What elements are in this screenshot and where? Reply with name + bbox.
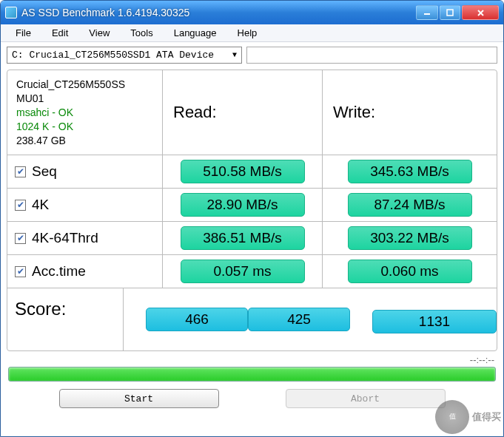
drive-select[interactable]: C: Crucial_CT256M550SSD1 ATA Device ▼: [7, 47, 242, 64]
acc-read: 0.057 ms: [181, 260, 305, 283]
score-write: 425: [248, 308, 350, 331]
app-icon: [5, 7, 17, 18]
app-window: AS SSD Benchmark 1.6.4194.30325 File Edi…: [0, 0, 504, 437]
checkbox-4k64[interactable]: ✔: [15, 233, 26, 244]
label-4k64: 4K-64Thrd: [32, 230, 98, 246]
info-size: 238.47 GB: [16, 134, 66, 148]
titlebar[interactable]: AS SSD Benchmark 1.6.4194.30325: [1, 1, 503, 24]
maximize-button[interactable]: [440, 5, 460, 20]
label-4k: 4K: [32, 197, 49, 213]
start-button[interactable]: Start: [59, 389, 219, 408]
minimize-button[interactable]: [416, 5, 438, 20]
info-device: Crucial_CT256M550SS: [16, 78, 125, 92]
results-panel: Crucial_CT256M550SS MU01 msahci - OK 102…: [7, 70, 497, 351]
menu-tools[interactable]: Tools: [121, 25, 161, 41]
row-4k64: ✔ 4K-64Thrd 386.51 MB/s 303.22 MB/s: [7, 222, 497, 255]
label-acc: Acc.time: [32, 263, 86, 280]
seq-write: 345.63 MB/s: [348, 160, 472, 183]
4k64-write: 303.22 MB/s: [348, 226, 472, 250]
watermark-text: 值得买: [472, 410, 501, 424]
abort-button: Abort: [286, 389, 446, 408]
drive-select-value: C: Crucial_CT256M550SSD1 ATA Device: [12, 50, 214, 61]
checkbox-4k[interactable]: ✔: [15, 200, 26, 211]
menu-file[interactable]: File: [7, 25, 40, 41]
4k-write: 87.24 MB/s: [348, 193, 472, 217]
svg-rect-1: [447, 10, 453, 16]
menu-help[interactable]: Help: [229, 25, 266, 41]
close-button[interactable]: [462, 5, 499, 20]
read-header: Read:: [163, 70, 323, 155]
score-values: 466 425 1131: [124, 288, 497, 350]
write-header: Write:: [323, 70, 497, 155]
seq-read: 510.58 MB/s: [181, 160, 305, 183]
blank-field[interactable]: [246, 47, 497, 64]
menu-view[interactable]: View: [80, 25, 118, 41]
chevron-down-icon: ▼: [232, 51, 237, 59]
label-seq: Seq: [32, 163, 57, 180]
checkbox-seq[interactable]: ✔: [15, 166, 26, 177]
watermark-badge-icon: 值: [435, 400, 469, 434]
menu-language[interactable]: Language: [165, 25, 226, 41]
button-bar: Start Abort: [1, 387, 503, 414]
row-score: Score: 466 425 1131: [7, 288, 497, 350]
menu-edit[interactable]: Edit: [43, 25, 77, 41]
4k-read: 28.90 MB/s: [181, 193, 305, 217]
progress-bar: [8, 367, 496, 382]
device-info: Crucial_CT256M550SS MU01 msahci - OK 102…: [7, 70, 163, 155]
menubar: File Edit View Tools Language Help: [1, 24, 503, 42]
info-driver: msahci - OK: [16, 106, 73, 120]
score-read: 466: [146, 308, 248, 331]
score-label: Score:: [7, 288, 124, 350]
4k64-read: 386.51 MB/s: [181, 226, 305, 250]
acc-write: 0.060 ms: [348, 260, 472, 283]
row-seq: ✔ Seq 510.58 MB/s 345.63 MB/s: [7, 155, 497, 189]
row-4k: ✔ 4K 28.90 MB/s 87.24 MB/s: [7, 189, 497, 222]
selection-bar: C: Crucial_CT256M550SSD1 ATA Device ▼: [1, 42, 503, 68]
timer: --:--:--: [1, 354, 503, 367]
watermark: 值 值得买: [435, 400, 501, 434]
info-firmware: MU01: [16, 92, 44, 106]
header-row: Crucial_CT256M550SS MU01 msahci - OK 102…: [7, 70, 497, 155]
score-total: 1131: [372, 310, 497, 333]
window-title: AS SSD Benchmark 1.6.4194.30325: [21, 7, 416, 18]
row-acc: ✔ Acc.time 0.057 ms 0.060 ms: [7, 255, 497, 288]
info-alignment: 1024 K - OK: [16, 120, 73, 134]
checkbox-acc[interactable]: ✔: [15, 266, 26, 277]
